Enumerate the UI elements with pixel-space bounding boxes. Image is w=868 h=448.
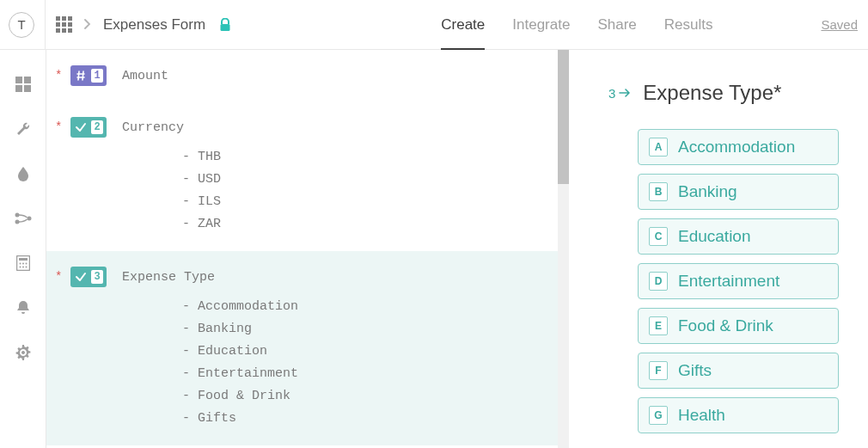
option-item: Entertainment — [182, 363, 544, 385]
option-item: Gifts — [182, 408, 544, 430]
chevron-right-icon — [84, 18, 91, 32]
choice-key: D — [649, 272, 668, 291]
svg-point-10 — [19, 263, 21, 265]
preview-options: A Accommodation B Banking C Education D … — [569, 129, 868, 433]
nav-tabs: Create Integrate Share Results — [427, 0, 726, 49]
question-type-badge-number: 1 — [70, 65, 107, 86]
question-block-currency[interactable]: * 2 Currency THB USD ILS ZAR — [46, 101, 558, 251]
choice-option-a[interactable]: A Accommodation — [638, 129, 839, 165]
option-item: USD — [182, 169, 544, 191]
svg-point-11 — [22, 263, 24, 265]
choice-option-f[interactable]: F Gifts — [638, 353, 839, 389]
droplet-icon[interactable] — [15, 165, 32, 182]
required-indicator: * — [55, 69, 65, 83]
svg-rect-0 — [221, 24, 230, 31]
svg-rect-2 — [24, 77, 31, 83]
app-header: T Expenses Form Create Integrate Share R… — [0, 0, 868, 50]
scrollbar-thumb[interactable] — [558, 50, 569, 184]
blocks-icon[interactable] — [15, 76, 32, 93]
avatar-letter: T — [17, 17, 25, 32]
choice-label: Accommodation — [678, 138, 795, 156]
question-title: Currency — [122, 120, 184, 135]
preview-header: 3 Expense Type* — [569, 81, 868, 105]
svg-point-14 — [22, 267, 24, 268]
question-number: 1 — [91, 69, 103, 83]
bell-icon[interactable] — [15, 299, 32, 316]
tab-integrate[interactable]: Integrate — [512, 0, 570, 49]
choice-label: Gifts — [678, 361, 712, 380]
header-divider — [45, 0, 46, 50]
choice-option-b[interactable]: B Banking — [638, 174, 839, 210]
option-item: Education — [182, 341, 544, 363]
choice-label: Food & Drink — [678, 316, 773, 335]
required-indicator: * — [55, 120, 65, 134]
choice-label: Entertainment — [678, 272, 779, 291]
option-item: ZAR — [182, 213, 544, 236]
question-type-badge-choice: 3 — [70, 267, 107, 287]
check-icon — [70, 121, 91, 133]
option-item: THB — [182, 146, 544, 169]
svg-point-13 — [19, 267, 21, 268]
arrow-right-icon — [619, 85, 631, 101]
flow-icon[interactable] — [15, 210, 32, 227]
choice-key: A — [649, 138, 668, 156]
check-icon — [70, 271, 91, 283]
choice-key: B — [649, 182, 668, 201]
question-list-panel: * 1 Amount * 2 Currency — [46, 50, 569, 448]
question-title: Amount — [122, 69, 168, 83]
gear-icon[interactable] — [15, 344, 32, 361]
option-item: ILS — [182, 191, 544, 213]
saved-indicator[interactable]: Saved — [821, 17, 858, 32]
svg-point-12 — [25, 263, 27, 265]
choice-key: C — [649, 227, 668, 246]
choice-label: Health — [678, 406, 725, 425]
tab-share[interactable]: Share — [597, 0, 636, 49]
question-title: Expense Type — [122, 270, 215, 285]
svg-point-7 — [27, 217, 31, 221]
lock-icon — [219, 18, 231, 32]
svg-rect-1 — [15, 77, 22, 83]
svg-rect-3 — [15, 85, 22, 92]
question-options: Accommodation Banking Education Entertai… — [182, 296, 544, 430]
preview-title: Expense Type* — [643, 81, 781, 105]
question-options: THB USD ILS ZAR — [182, 146, 544, 236]
choice-option-g[interactable]: G Health — [638, 397, 839, 433]
form-title[interactable]: Expenses Form — [103, 16, 205, 34]
svg-rect-9 — [19, 258, 28, 261]
wrench-icon[interactable] — [15, 120, 32, 138]
option-item: Banking — [182, 318, 544, 341]
svg-rect-4 — [24, 85, 31, 92]
apps-grid-icon[interactable] — [56, 16, 72, 33]
calculator-icon[interactable] — [15, 255, 32, 272]
choice-option-c[interactable]: C Education — [638, 218, 839, 255]
choice-option-e[interactable]: E Food & Drink — [638, 308, 839, 344]
sidebar-tools — [0, 50, 46, 448]
required-indicator: * — [55, 270, 65, 284]
preview-question-number: 3 — [608, 86, 615, 101]
app-body: * 1 Amount * 2 Currency — [0, 50, 868, 448]
option-item: Accommodation — [182, 296, 544, 318]
option-item: Food & Drink — [182, 385, 544, 408]
svg-point-6 — [15, 220, 19, 224]
svg-point-15 — [25, 267, 27, 268]
choice-label: Banking — [678, 182, 737, 201]
svg-point-5 — [15, 213, 19, 218]
choice-option-d[interactable]: D Entertainment — [638, 263, 839, 299]
tab-results[interactable]: Results — [664, 0, 713, 49]
choice-key: E — [649, 316, 668, 335]
question-type-badge-choice: 2 — [70, 117, 107, 138]
choice-key: G — [649, 406, 668, 425]
question-block-amount[interactable]: * 1 Amount — [46, 50, 558, 101]
question-block-expense-type[interactable]: * 3 Expense Type Accommodation Banking E… — [46, 251, 558, 445]
choice-key: F — [649, 361, 668, 380]
question-preview-panel: 3 Expense Type* A Accommodation B Bankin… — [569, 50, 868, 448]
question-number: 2 — [91, 120, 103, 134]
question-number: 3 — [91, 270, 103, 284]
hash-icon — [70, 70, 91, 82]
avatar[interactable]: T — [9, 12, 34, 38]
choice-label: Education — [678, 227, 751, 246]
tab-create[interactable]: Create — [441, 0, 485, 49]
